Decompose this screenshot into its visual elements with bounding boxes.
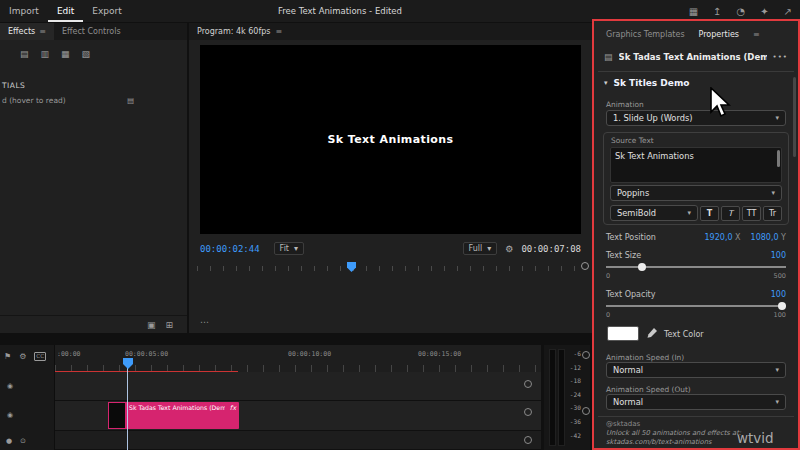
clip-fx-badge[interactable]: fx bbox=[230, 404, 236, 412]
text-size-value[interactable]: 100 bbox=[771, 251, 786, 260]
mouse-cursor bbox=[709, 87, 733, 119]
tab-properties[interactable]: Properties bbox=[699, 30, 739, 39]
folder-icon[interactable]: ▣ bbox=[147, 320, 156, 330]
track-v2-eye-icon[interactable]: ◉ bbox=[7, 382, 13, 390]
new-bin-icon[interactable]: ⊞ bbox=[165, 320, 173, 330]
panel-menu-icon[interactable]: ≡ bbox=[39, 27, 46, 36]
program-options-icon[interactable]: ⋯ bbox=[200, 317, 210, 327]
marker-flag-icon[interactable]: ⚑ bbox=[4, 352, 11, 361]
chevron-down-icon: ▾ bbox=[487, 244, 491, 253]
current-timecode[interactable]: 00:00:02:44 bbox=[200, 244, 260, 254]
tab-graphics-templates[interactable]: Graphics Templates bbox=[606, 30, 685, 39]
progress-icon[interactable]: ◔ bbox=[736, 6, 745, 17]
track-knob[interactable] bbox=[524, 380, 532, 388]
db-label: -30 bbox=[570, 401, 581, 415]
chevron-down-icon: ▾ bbox=[775, 114, 779, 122]
preset-bin-icon[interactable]: ▤ bbox=[127, 96, 134, 105]
position-x-value[interactable]: 1920,0 bbox=[705, 233, 733, 242]
track-knob[interactable] bbox=[524, 408, 532, 416]
timeline-settings-icon[interactable]: ⚙ bbox=[19, 352, 26, 361]
watermark: wtvid bbox=[737, 430, 774, 446]
slider-track[interactable] bbox=[606, 305, 786, 307]
text-size-label: Text Size bbox=[606, 251, 641, 260]
properties-tabbar: Graphics Templates Properties ≡ bbox=[596, 25, 796, 43]
font-family-dropdown[interactable]: Poppins ▾ bbox=[610, 185, 782, 201]
playback-resolution-dropdown[interactable]: Full ▾ bbox=[463, 242, 498, 255]
text-color-swatch[interactable] bbox=[607, 326, 639, 341]
tab-effects[interactable]: Effects ≡ bbox=[0, 23, 54, 40]
db-label: -18 bbox=[570, 374, 581, 388]
program-scrubber[interactable] bbox=[197, 263, 585, 273]
source-text-input[interactable]: Sk Text Animations bbox=[610, 147, 782, 183]
section-sk-titles-demo[interactable]: ▾ Sk Titles Demo bbox=[604, 78, 689, 88]
text-size-slider[interactable] bbox=[606, 262, 786, 271]
font-style-dropdown[interactable]: SemiBold ▾ bbox=[610, 205, 698, 221]
fit-value: Fit bbox=[280, 244, 289, 253]
effects-panel: Effects ≡ Effect Controls ▤ ▥ ▦ ▧ TIALS … bbox=[0, 23, 187, 333]
wrench-icon[interactable]: ⚙ bbox=[505, 244, 513, 254]
more-options-icon[interactable]: ••• bbox=[773, 53, 788, 61]
panel-scrollbar[interactable] bbox=[793, 77, 796, 157]
source-text-label: Source Text bbox=[611, 136, 654, 145]
program-monitor-panel: Program: 4k 60fps ≡ Sk Text Animations 0… bbox=[189, 23, 593, 333]
preset-item-label: d (hover to read) bbox=[2, 96, 66, 105]
divider bbox=[598, 416, 794, 417]
video-preview[interactable]: Sk Text Animations bbox=[200, 45, 581, 234]
small-caps-button[interactable]: Tr bbox=[763, 206, 782, 221]
section-chevron-icon[interactable]: ▾ bbox=[604, 79, 608, 87]
track-a1-mic-icon[interactable]: ⊙ bbox=[20, 437, 26, 445]
essentials-label: TIALS bbox=[2, 81, 25, 90]
text-opacity-value[interactable]: 100 bbox=[771, 290, 786, 299]
source-text-value: Sk Text Animations bbox=[615, 151, 694, 161]
opacity-max: 100 bbox=[774, 311, 786, 319]
position-y-axis: Y bbox=[781, 233, 786, 242]
fit-dropdown[interactable]: Fit ▾ bbox=[274, 242, 304, 255]
scrubber-end-circle[interactable] bbox=[581, 262, 589, 270]
position-x-axis: X bbox=[735, 233, 740, 242]
slider-track[interactable] bbox=[606, 266, 786, 268]
tab-effect-controls[interactable]: Effect Controls bbox=[54, 23, 129, 40]
captions-icon[interactable]: CC bbox=[34, 352, 46, 361]
bin-icon-2[interactable]: ▥ bbox=[41, 49, 50, 59]
speed-out-dropdown[interactable]: Normal ▾ bbox=[606, 394, 786, 410]
position-y-value[interactable]: 1080,0 bbox=[751, 233, 779, 242]
meter-knob[interactable] bbox=[582, 407, 590, 415]
speed-out-value: Normal bbox=[613, 397, 643, 407]
chevron-down-icon: ▾ bbox=[771, 189, 775, 197]
program-panel-menu-icon[interactable]: ≡ bbox=[276, 27, 283, 36]
track-a1-mute-icon[interactable]: ● bbox=[6, 437, 12, 445]
eyedropper-icon[interactable] bbox=[647, 328, 657, 338]
faux-bold-button[interactable]: T bbox=[700, 206, 719, 221]
properties-panel: Graphics Templates Properties ≡ ▤ Sk Tad… bbox=[592, 19, 800, 450]
track-v1-eye-icon[interactable]: ◉ bbox=[7, 411, 13, 419]
bin-icon-3[interactable]: ▦ bbox=[61, 49, 70, 59]
bin-icon-1[interactable]: ▤ bbox=[20, 49, 29, 59]
text-opacity-slider[interactable] bbox=[606, 301, 786, 310]
ai-sparkle-icon[interactable]: ✦ bbox=[760, 6, 768, 17]
slider-handle[interactable] bbox=[778, 302, 786, 310]
scrubber-playhead[interactable] bbox=[347, 262, 356, 272]
workspace-icon[interactable]: ▦ bbox=[689, 6, 698, 17]
speed-in-dropdown[interactable]: Normal ▾ bbox=[606, 362, 786, 378]
selected-clip-title: Sk Tadas Text Animations (Demo) bbox=[619, 52, 767, 62]
animation-dropdown[interactable]: 1. Slide Up (Words) ▾ bbox=[606, 110, 786, 126]
properties-panel-menu-icon[interactable]: ≡ bbox=[753, 30, 760, 39]
maximize-icon[interactable]: ↗ bbox=[784, 6, 792, 17]
bin-icon-4[interactable]: ▧ bbox=[82, 49, 91, 59]
preset-item[interactable]: d (hover to read) ▤ bbox=[2, 96, 182, 105]
slider-handle[interactable] bbox=[638, 263, 646, 271]
textarea-scrollbar[interactable] bbox=[777, 150, 780, 167]
faux-italic-button[interactable]: T bbox=[721, 206, 740, 221]
text-style-buttons: T T TT Tr bbox=[700, 206, 782, 221]
quick-export-icon[interactable]: ↥ bbox=[713, 6, 721, 17]
meter-knob[interactable] bbox=[582, 351, 590, 359]
clip-leading-segment[interactable] bbox=[108, 402, 126, 429]
animation-label: Animation bbox=[606, 100, 644, 109]
source-text-group: Source Text Sk Text Animations Poppins ▾… bbox=[603, 132, 789, 225]
all-caps-button[interactable]: TT bbox=[742, 206, 761, 221]
clip-body[interactable]: Sk Tadas Text Animations (Demo) fx bbox=[126, 402, 239, 429]
chevron-down-icon: ▾ bbox=[294, 244, 298, 253]
track-knob[interactable] bbox=[524, 436, 532, 444]
db-label: -12 bbox=[570, 361, 581, 375]
audio-meter-left bbox=[549, 349, 556, 446]
